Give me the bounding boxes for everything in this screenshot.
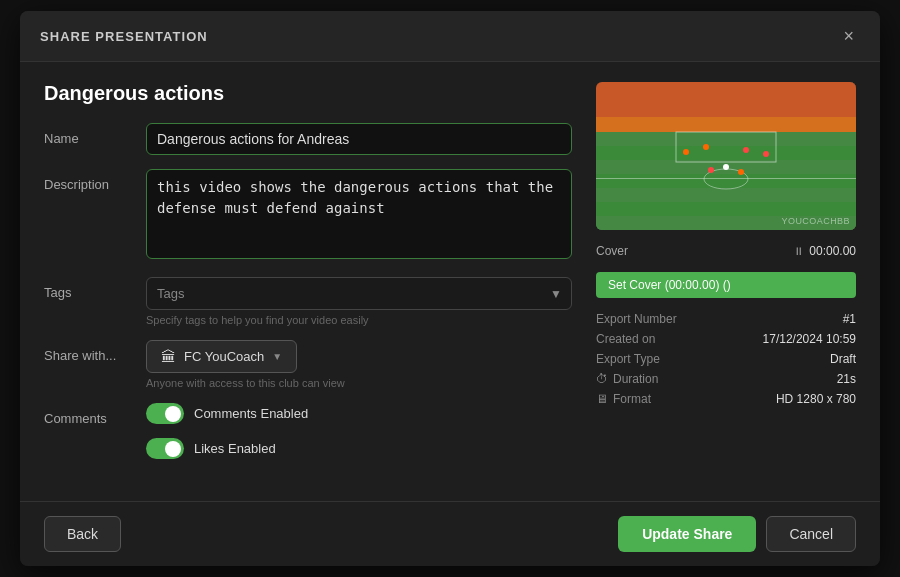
video-thumbnail: YOUCOACHBB xyxy=(596,82,856,230)
likes-toggle[interactable] xyxy=(146,438,184,459)
created-on-row: Created on 17/12/2024 10:59 xyxy=(596,332,856,346)
bank-icon: 🏛 xyxy=(161,348,176,365)
likes-slider xyxy=(146,438,184,459)
format-label-wrapper: 🖥 Format xyxy=(596,392,651,406)
format-label: Format xyxy=(613,392,651,406)
export-type-value: Draft xyxy=(830,352,856,366)
svg-rect-6 xyxy=(596,188,856,202)
export-type-label: Export Type xyxy=(596,352,660,366)
cover-row: Cover ⏸ 00:00.00 xyxy=(596,244,856,258)
cancel-button[interactable]: Cancel xyxy=(766,516,856,552)
export-type-row: Export Type Draft xyxy=(596,352,856,366)
update-share-button[interactable]: Update Share xyxy=(618,516,756,552)
pause-icon: ⏸ xyxy=(793,245,804,257)
name-label: Name xyxy=(44,123,134,146)
clock-icon: ⏱ xyxy=(596,372,608,386)
name-row: Name xyxy=(44,123,572,155)
watermark: YOUCOACHBB xyxy=(781,216,850,226)
tags-control: Tags ▼ Specify tags to help you find you… xyxy=(146,277,572,326)
duration-row: ⏱ Duration 21s xyxy=(596,372,856,386)
likes-toggle-row: Likes Enabled xyxy=(146,438,572,459)
svg-point-12 xyxy=(703,144,709,150)
comments-row: Comments Comments Enabled xyxy=(44,403,572,467)
svg-rect-8 xyxy=(596,178,856,179)
format-value: HD 1280 x 780 xyxy=(776,392,856,406)
timecode-value: 00:00.00 xyxy=(809,244,856,258)
cover-label: Cover xyxy=(596,244,628,258)
tags-row: Tags Tags ▼ Specify tags to help you fin… xyxy=(44,277,572,326)
info-table: Export Number #1 Created on 17/12/2024 1… xyxy=(596,312,856,406)
share-presentation-modal: SHARE PRESENTATION × Dangerous actions N… xyxy=(20,11,880,566)
svg-point-11 xyxy=(683,149,689,155)
description-row: Description this video shows the dangero… xyxy=(44,169,572,263)
share-with-button[interactable]: 🏛 Cover FC YouCoach ▼ xyxy=(146,340,297,373)
svg-rect-1 xyxy=(596,82,856,117)
name-control xyxy=(146,123,572,155)
comments-slider xyxy=(146,403,184,424)
dropdown-arrow-icon: ▼ xyxy=(272,351,282,362)
comments-label: Comments xyxy=(44,403,134,426)
video-preview-svg xyxy=(596,82,856,230)
tags-label: Tags xyxy=(44,277,134,300)
share-with-control: 🏛 Cover FC YouCoach ▼ Anyone with access… xyxy=(146,340,572,389)
comments-section: Comments Enabled Likes Enabled xyxy=(146,403,572,467)
svg-rect-2 xyxy=(596,117,856,132)
duration-label-wrapper: ⏱ Duration xyxy=(596,372,658,386)
svg-point-16 xyxy=(738,169,744,175)
duration-label: Duration xyxy=(613,372,658,386)
likes-enabled-label: Likes Enabled xyxy=(194,441,276,456)
description-label: Description xyxy=(44,169,134,192)
comments-toggle-row: Comments Enabled xyxy=(146,403,572,424)
export-number-row: Export Number #1 xyxy=(596,312,856,326)
svg-rect-4 xyxy=(596,132,856,146)
left-panel: Dangerous actions Name Description this … xyxy=(44,82,572,481)
export-number-value: #1 xyxy=(843,312,856,326)
modal-header: SHARE PRESENTATION × xyxy=(20,11,880,62)
svg-point-15 xyxy=(723,164,729,170)
comments-enabled-label: Comments Enabled xyxy=(194,406,308,421)
comments-control: Comments Enabled Likes Enabled xyxy=(146,403,572,467)
back-button[interactable]: Back xyxy=(44,516,121,552)
modal-body: Dangerous actions Name Description this … xyxy=(20,62,880,501)
set-cover-button[interactable]: Set Cover (00:00.00) () xyxy=(596,272,856,298)
share-club-label: FC YouCoach xyxy=(184,349,264,364)
right-panel: YOUCOACHBB Cover ⏸ 00:00.00 Set Cover (0… xyxy=(596,82,856,481)
close-button[interactable]: × xyxy=(837,25,860,47)
share-hint: Anyone with access to this club can view xyxy=(146,377,572,389)
svg-point-14 xyxy=(763,151,769,157)
share-with-row: Share with... 🏛 Cover FC YouCoach ▼ Anyo… xyxy=(44,340,572,389)
tags-select-wrapper: Tags ▼ xyxy=(146,277,572,310)
modal-title: SHARE PRESENTATION xyxy=(40,29,208,44)
footer-right: Update Share Cancel xyxy=(618,516,856,552)
description-control: this video shows the dangerous actions t… xyxy=(146,169,572,263)
duration-value: 21s xyxy=(837,372,856,386)
timecode-display: ⏸ 00:00.00 xyxy=(793,244,856,258)
format-row: 🖥 Format HD 1280 x 780 xyxy=(596,392,856,406)
export-number-label: Export Number xyxy=(596,312,677,326)
created-on-label: Created on xyxy=(596,332,655,346)
svg-point-17 xyxy=(708,167,714,173)
comments-toggle[interactable] xyxy=(146,403,184,424)
monitor-icon: 🖥 xyxy=(596,392,608,406)
section-title: Dangerous actions xyxy=(44,82,572,105)
tags-hint: Specify tags to help you find your video… xyxy=(146,314,572,326)
share-with-label: Share with... xyxy=(44,340,134,363)
name-input[interactable] xyxy=(146,123,572,155)
created-on-value: 17/12/2024 10:59 xyxy=(763,332,856,346)
tags-select[interactable]: Tags xyxy=(146,277,572,310)
svg-point-13 xyxy=(743,147,749,153)
description-textarea[interactable]: this video shows the dangerous actions t… xyxy=(146,169,572,259)
modal-footer: Back Update Share Cancel xyxy=(20,501,880,566)
